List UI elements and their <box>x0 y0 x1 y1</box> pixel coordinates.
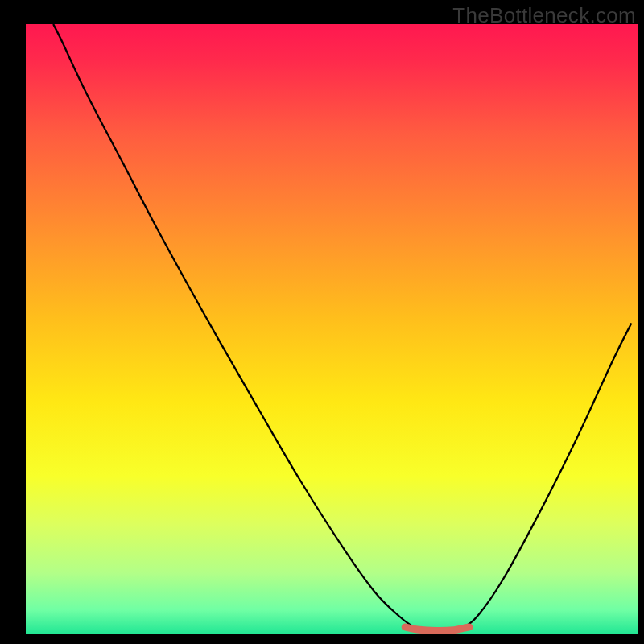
watermark-text: TheBottleneck.com <box>452 3 636 28</box>
plot-background <box>26 24 638 634</box>
series-optimal-band-marker <box>405 627 469 631</box>
plot-svg <box>0 0 644 644</box>
bottleneck-chart: TheBottleneck.com <box>0 0 644 644</box>
